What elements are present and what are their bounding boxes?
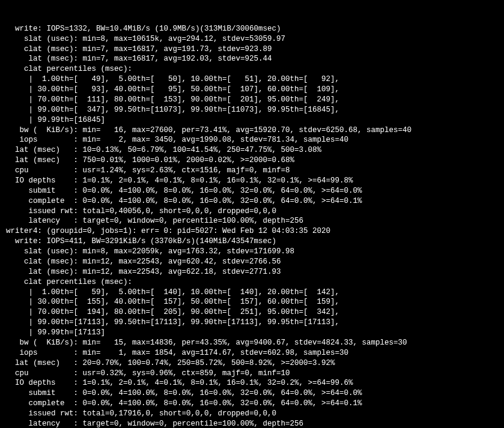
output-line: submit : 0=0.0%, 4=100.0%, 8=0.0%, 16=0.… xyxy=(6,389,362,397)
output-line: | 30.00th=[ 93], 40.00th=[ 95], 50.00th=… xyxy=(6,85,339,94)
output-line: slat (usec): min=8, max=22059k, avg=1763… xyxy=(6,247,294,256)
output-line: write: IOPS=411, BW=3291KiB/s (3370kB/s)… xyxy=(6,237,276,246)
output-line: | 30.00th=[ 155], 40.00th=[ 157], 50.00t… xyxy=(6,298,339,306)
terminal-output: write: IOPS=1332, BW=10.4MiB/s (10.9MB/s… xyxy=(6,24,498,428)
output-line: clat percentiles (msec): xyxy=(6,278,132,286)
output-line: | 99.99th=[16845] xyxy=(6,116,105,124)
output-line: lat (msec) : 750=0.01%, 1000=0.01%, 2000… xyxy=(6,156,294,164)
output-line: latency : target=0, window=0, percentile… xyxy=(6,217,303,225)
output-line: complete : 0=0.0%, 4=100.0%, 8=0.0%, 16=… xyxy=(6,197,362,205)
output-line: clat (msec): min=12, max=22543, avg=620.… xyxy=(6,258,281,266)
output-line: | 99.00th=[ 347], 99.50th=[11073], 99.90… xyxy=(6,106,339,114)
output-line: bw ( KiB/s): min= 16, max=27600, per=73.… xyxy=(6,126,411,134)
output-line: | 70.00th=[ 194], 80.00th=[ 205], 90.00t… xyxy=(6,308,339,316)
output-line: write: IOPS=1332, BW=10.4MiB/s (10.9MB/s… xyxy=(6,25,281,33)
output-line: clat percentiles (msec): xyxy=(6,65,132,73)
output-line: | 70.00th=[ 111], 80.00th=[ 153], 90.00t… xyxy=(6,95,339,104)
output-line: slat (usec): min=8, max=10615k, avg=294.… xyxy=(6,35,285,43)
output-line: IO depths : 1=0.1%, 2=0.1%, 4=0.1%, 8=0.… xyxy=(6,379,353,387)
output-line: issued rwt: total=0,17916,0, short=0,0,0… xyxy=(6,409,276,418)
output-line: | 99.00th=[17113], 99.50th=[17113], 99.9… xyxy=(6,318,339,327)
output-line: cpu : usr=1.24%, sys=2.63%, ctx=1516, ma… xyxy=(6,166,290,175)
output-line: | 1.00th=[ 59], 5.00th=[ 140], 10.00th=[… xyxy=(6,288,339,297)
output-line: bw ( KiB/s): min= 15, max=14836, per=43.… xyxy=(6,339,407,347)
output-line: submit : 0=0.0%, 4=100.0%, 8=0.0%, 16=0.… xyxy=(6,187,362,195)
output-line: clat (msec): min=7, max=16817, avg=191.7… xyxy=(6,45,272,53)
output-line: iops : min= 2, max= 3450, avg=1990.08, s… xyxy=(6,136,348,144)
output-line: cpu : usr=0.32%, sys=0.96%, ctx=859, maj… xyxy=(6,369,290,378)
output-line: | 1.00th=[ 49], 5.00th=[ 50], 10.00th=[ … xyxy=(6,75,339,83)
output-line: lat (msec): min=12, max=22543, avg=622.1… xyxy=(6,268,281,276)
output-line: | 99.99th=[17113] xyxy=(6,328,105,337)
output-line: issued rwt: total=0,40056,0, short=0,0,0… xyxy=(6,207,276,216)
output-line: lat (msec): min=7, max=16817, avg=192.03… xyxy=(6,55,272,63)
output-line: iops : min= 1, max= 1854, avg=1174.67, s… xyxy=(6,349,348,357)
output-line: latency : target=0, window=0, percentile… xyxy=(6,420,303,428)
output-line: lat (msec) : 10=0.13%, 50=6.79%, 100=41.… xyxy=(6,146,321,154)
output-line: complete : 0=0.0%, 4=100.0%, 8=0.0%, 16=… xyxy=(6,399,362,408)
output-line: IO depths : 1=0.1%, 2=0.1%, 4=0.1%, 8=0.… xyxy=(6,176,353,185)
output-line: lat (msec) : 20=0.70%, 100=0.74%, 250=85… xyxy=(6,359,335,367)
output-line: writer4: (groupid=0, jobs=1): err= 0: pi… xyxy=(6,227,330,235)
